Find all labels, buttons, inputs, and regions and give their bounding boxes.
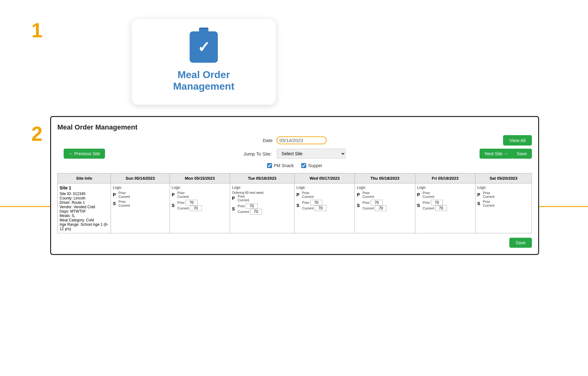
wed-s-current-label: Current <box>302 206 314 210</box>
mon-s-current-label: Current <box>177 206 189 210</box>
thu-p-current-label: Current <box>362 195 374 199</box>
sat-s-current-label: Current <box>483 204 495 207</box>
sat-p-values: Prior Current <box>483 191 495 199</box>
pm-snack-checkbox-label[interactable]: PM Snack <box>267 163 294 168</box>
sat-s-letter: S <box>477 201 482 206</box>
tue-s-prior-input[interactable] <box>246 203 258 209</box>
top-controls: Date View All <box>57 136 532 144</box>
wed-s-letter: S <box>297 203 301 208</box>
save-button-top[interactable]: Save <box>512 149 532 159</box>
mon-s-values: Prior Current <box>177 200 202 211</box>
wed-p-current-label: Current <box>302 195 314 199</box>
sat-p-prior-label: Prior <box>483 191 495 195</box>
fri-s-row: S Prior Current <box>417 200 473 211</box>
site-meal-category: Meal Category: Cold <box>60 218 109 222</box>
mon-s-prior-label: Prior <box>177 201 185 204</box>
thu-s-current-row: Current <box>362 205 387 211</box>
site-meals: Meals: S, <box>60 214 109 218</box>
sat-s-row: S Prior Current <box>477 200 530 207</box>
col-site-info: Site Info <box>58 173 111 183</box>
main-panel: Meal Order Management Date View All ← Pr… <box>50 116 539 255</box>
mon-p-current-label: Current <box>177 195 189 199</box>
nav-controls: ← Previous Site Jump To Site: Select Sit… <box>57 149 532 159</box>
wed-p-prior-label: Prior <box>302 191 314 195</box>
view-all-button[interactable]: View All <box>503 135 532 146</box>
supper-label: Supper <box>308 163 322 168</box>
wed-p-letter: P <box>297 192 301 197</box>
sun-s-prior-label: Prior <box>118 200 130 204</box>
site-info-cell: Site 1 Site ID: 012345 County: Lincoln D… <box>58 183 111 233</box>
sun-s-values: Prior Current <box>118 200 130 207</box>
site-days: Days: MTWThF <box>60 209 109 214</box>
col-sat: Sat 05/20/2023 <box>475 173 532 183</box>
thu-p-prior-label: Prior <box>362 191 374 195</box>
col-fri: Fri 05/19/2023 <box>415 173 475 183</box>
sat-s-prior-label: Prior <box>483 200 495 204</box>
tue-p-values: Prior Current <box>238 194 249 202</box>
thu-p-row: P Prior Current <box>357 191 413 199</box>
tue-s-values: Prior Current <box>238 203 262 214</box>
sat-logs: Logs: <box>477 185 530 190</box>
wed-cell: Logs: P Prior Current S Prior <box>294 183 355 233</box>
mon-p-values: Prior Current <box>177 191 189 199</box>
sun-s-current-label: Current <box>118 204 130 207</box>
thu-p-values: Prior Current <box>362 191 374 199</box>
fri-s-prior-input[interactable] <box>431 200 443 205</box>
mon-s-prior-input[interactable] <box>186 200 197 205</box>
wed-p-values: Prior Current <box>302 191 314 199</box>
sun-cell: Logs: P Prior Current S Prior Current <box>111 183 170 233</box>
supper-checkbox[interactable] <box>301 163 306 168</box>
sun-p-letter: P <box>113 192 117 197</box>
mon-s-current-input[interactable] <box>190 205 202 211</box>
sat-p-row: P Prior Current <box>477 191 530 199</box>
fri-s-current-input[interactable] <box>435 205 447 211</box>
date-input[interactable] <box>280 138 323 143</box>
site-name: Site 1 <box>60 185 109 190</box>
supper-checkbox-label[interactable]: Supper <box>301 163 322 168</box>
fri-s-current-row: Current <box>423 205 447 211</box>
tue-p-letter: P <box>232 196 236 201</box>
fri-p-prior-label: Prior <box>423 191 434 195</box>
col-sun: Sun 05/14/2023 <box>111 173 170 183</box>
mon-p-letter: P <box>172 192 176 197</box>
col-thu: Thu 05/18/2023 <box>355 173 415 183</box>
thu-s-row: S Prior Current <box>357 200 413 211</box>
thu-s-prior-label: Prior <box>362 201 370 204</box>
mon-s-prior-row: Prior <box>177 200 202 205</box>
wed-s-prior-input[interactable] <box>310 200 322 205</box>
tue-note: Ordering 60 next week. <box>232 191 292 194</box>
thu-s-prior-input[interactable] <box>371 200 383 205</box>
order-table: Site Info Sun 05/14/2023 Mon 05/15/2023 … <box>57 173 532 233</box>
thu-s-prior-row: Prior <box>362 200 387 205</box>
sat-p-letter: P <box>477 192 482 197</box>
app-card-title: Meal Order Management <box>150 69 257 92</box>
tue-s-current-input[interactable] <box>250 209 262 214</box>
next-site-button[interactable]: Next Site → <box>480 149 513 159</box>
thu-s-current-input[interactable] <box>375 205 387 211</box>
wed-s-prior-row: Prior <box>302 200 327 205</box>
sun-p-current-label: Current <box>118 195 130 199</box>
site-select[interactable]: Select Site <box>277 149 346 159</box>
fri-s-prior-label: Prior <box>423 201 430 204</box>
wed-s-row: S Prior Current <box>297 200 353 211</box>
thu-s-values: Prior Current <box>362 200 387 211</box>
wed-s-current-input[interactable] <box>315 205 327 211</box>
save-button-bottom[interactable]: Save <box>509 238 532 248</box>
checkboxes: PM Snack Supper <box>57 163 532 168</box>
fri-s-prior-row: Prior <box>423 200 447 205</box>
fri-p-letter: P <box>417 192 422 197</box>
pm-snack-checkbox[interactable] <box>267 163 272 168</box>
sat-p-current-label: Current <box>483 195 495 199</box>
thu-cell: Logs: P Prior Current S Prior <box>355 183 415 233</box>
tue-s-prior-row: Prior <box>238 203 262 209</box>
site-county: County: Lincoln <box>60 196 109 200</box>
tue-s-letter: S <box>232 206 236 211</box>
sun-p-values: Prior Current <box>118 191 130 199</box>
col-wed: Wed 05/17/2023 <box>294 173 355 183</box>
step2-label: 2 <box>31 122 43 146</box>
fri-p-row: P Prior Current <box>417 191 473 199</box>
site-age-range: Age Range: School Age 1 (6-12 yrs) <box>60 222 109 231</box>
tue-p-prior-label: Prior <box>238 194 249 198</box>
previous-site-button[interactable]: ← Previous Site <box>64 149 105 159</box>
fri-p-values: Prior Current <box>423 191 434 199</box>
